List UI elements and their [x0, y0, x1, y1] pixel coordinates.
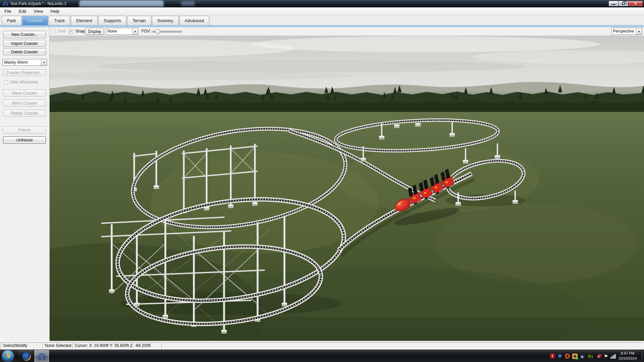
chevron-down-icon[interactable]: ▾: [636, 28, 642, 35]
minimize-button[interactable]: [608, 1, 618, 6]
close-icon: ✕: [634, 1, 637, 6]
status-empty-panel: [161, 342, 643, 349]
menu-view[interactable]: View: [30, 8, 47, 15]
tab-terrain[interactable]: Terrain: [127, 16, 151, 25]
taskbar-nolimits-button[interactable]: [34, 350, 49, 362]
firefox-icon: [22, 352, 31, 361]
snap-checkbox[interactable]: ✓: [69, 29, 73, 34]
action-center-flag-icon[interactable]: ⚑: [604, 354, 608, 359]
volume-muted-icon[interactable]: [595, 354, 601, 359]
tab-park[interactable]: Park: [2, 16, 21, 25]
antivirus-icon[interactable]: ✓: [572, 354, 578, 359]
viewport-toolbar: Grid ✓ Snap Display None ▾ FOV: Perspect…: [50, 27, 644, 36]
editor-tabbar: Park Coaster Track Element Supports Terr…: [0, 15, 644, 25]
show-desktop-button[interactable]: [641, 350, 644, 362]
tab-track[interactable]: Track: [49, 16, 70, 25]
display-mode-select[interactable]: None ▾: [106, 28, 138, 35]
grid-checkbox[interactable]: [51, 29, 56, 34]
new-coaster-button[interactable]: New Coaster...: [3, 31, 46, 38]
nvidia-icon[interactable]: !: [588, 354, 593, 359]
start-button[interactable]: [2, 350, 14, 362]
unfreeze-button[interactable]: Unfreeze: [3, 136, 46, 144]
move-coaster-button[interactable]: Move Coaster: [3, 89, 46, 97]
hide-wireframe-checkbox[interactable]: [4, 80, 8, 84]
status-tool-mode: Select/Modify: [1, 342, 42, 349]
chevron-down-icon[interactable]: ▾: [132, 28, 138, 35]
origin-icon[interactable]: [565, 354, 570, 359]
tab-supports[interactable]: Supports: [98, 16, 126, 25]
projection-select[interactable]: Perspective ▾: [611, 28, 642, 35]
status-selection: None Selected: [43, 342, 72, 349]
taskbar-clock[interactable]: 8:47 PM 10/10/2014: [616, 351, 639, 361]
clock-date: 10/10/2014: [616, 356, 639, 361]
menu-help[interactable]: Help: [47, 8, 63, 15]
snap-label: Snap: [75, 29, 85, 34]
taskbar: 1 ❖ ✓ ! ⚑ 8:47 PM 10/10/2014: [0, 350, 644, 362]
menubar: File Edit View Help: [0, 7, 644, 15]
3d-viewport[interactable]: [50, 36, 644, 341]
display-mode-value: None: [106, 28, 132, 35]
restore-button[interactable]: [618, 1, 628, 6]
status-cursor-position: Cursor: X: 24.900ft Y: 35.800ft Z: -69.2…: [72, 342, 161, 349]
menu-file[interactable]: File: [1, 8, 15, 15]
fov-label: FOV:: [142, 29, 151, 34]
background-window-tab: [79, 0, 164, 7]
import-coaster-button[interactable]: Import Coaster: [3, 40, 46, 47]
restore-icon: [622, 2, 625, 5]
tab-element[interactable]: Element: [71, 16, 98, 25]
coaster-properties-button[interactable]: Coaster Properties...: [3, 69, 46, 76]
steam-icon[interactable]: [580, 354, 585, 359]
tab-scenery[interactable]: Scenery: [152, 16, 179, 25]
clock-time: 8:47 PM: [616, 351, 639, 356]
dropbox-icon[interactable]: ❖: [557, 353, 562, 359]
network-signal-icon[interactable]: [610, 354, 616, 359]
coaster-panel: New Coaster... Import Coaster Delete Coa…: [0, 27, 50, 341]
close-button[interactable]: ✕: [628, 1, 643, 6]
delete-coaster-button[interactable]: Delete Coaster: [3, 48, 46, 55]
rotate-coaster-button[interactable]: Rotate Coaster: [3, 110, 46, 117]
tab-coaster[interactable]: Coaster: [22, 16, 48, 25]
coaster-select-value: Wacky Worm: [3, 59, 41, 65]
tab-advanced[interactable]: Advanced: [179, 16, 210, 25]
nolimits-icon: [38, 352, 46, 361]
projection-value: Perspective: [611, 28, 636, 35]
window-titlebar: Test Park.nl2park * - NoLimits 2 ✕: [0, 0, 644, 7]
fov-slider-thumb[interactable]: [155, 29, 160, 34]
hide-wireframe-row: Hide Wireframe: [4, 80, 38, 84]
display-button[interactable]: Display: [85, 28, 104, 35]
chevron-down-icon[interactable]: ▾: [41, 59, 47, 65]
notification-badge-icon[interactable]: 1: [550, 354, 555, 359]
system-tray: 1 ❖ ✓ ! ⚑: [550, 350, 616, 362]
statusbar: Select/Modify None Selected Cursor: X: 2…: [0, 341, 644, 350]
taskbar-firefox-button[interactable]: [19, 350, 34, 362]
background-window-fragment: [181, 1, 195, 6]
menu-edit[interactable]: Edit: [15, 8, 30, 15]
minimize-icon: [611, 4, 615, 5]
mirror-coaster-button[interactable]: Mirror Coaster: [3, 100, 46, 107]
window-title: Test Park.nl2park * - NoLimits 2: [10, 1, 66, 6]
coaster-select[interactable]: Wacky Worm ▾: [2, 59, 47, 66]
hide-wireframe-label: Hide Wireframe: [10, 80, 38, 84]
grid-label: Grid: [58, 29, 65, 34]
nolimits-app-icon: [3, 1, 8, 6]
freeze-button[interactable]: Freeze: [3, 126, 46, 134]
fov-slider[interactable]: [152, 31, 182, 33]
scene: [50, 36, 644, 341]
windows-flag-icon: [5, 354, 11, 359]
